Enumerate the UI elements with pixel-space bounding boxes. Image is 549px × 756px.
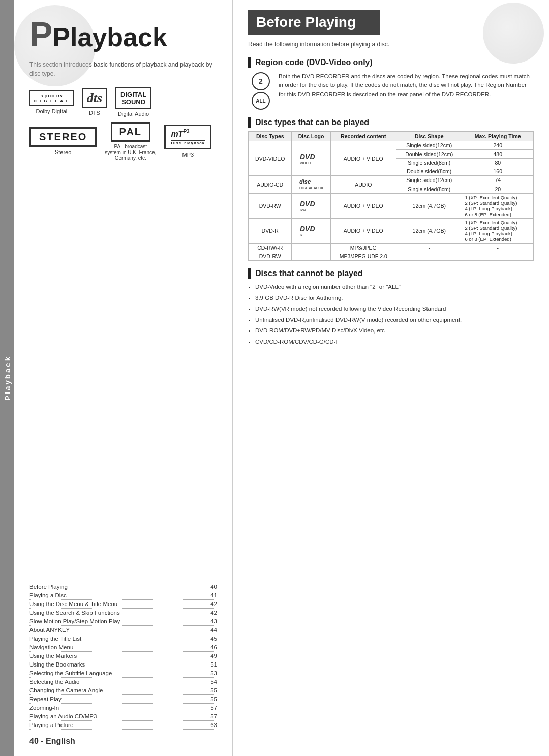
audio-cd-logo: disc DIGITAL AUDIO [292, 176, 330, 194]
region-icons: 2 ALL [248, 72, 273, 110]
toc-item: Selecting the Audio54 [29, 678, 217, 686]
col-disc-types: Disc Types [249, 132, 292, 141]
logo-item-digital-sound: DIGITAL SOUND Digital Audio [115, 87, 151, 117]
col-disc-shape: Disc Shape [396, 132, 462, 141]
main-content: PPlayback This section introduces basic … [14, 0, 549, 756]
list-item: DVD-RW(VR mode) not recorded following t… [255, 304, 534, 314]
svg-text:DVD: DVD [300, 153, 315, 161]
dolby-logo: ｘ|DOLBY D I G I T A L [29, 90, 74, 106]
dvd-r-time: 1 (XP: Excellent Quality) 2 (SP: Standar… [462, 219, 534, 244]
sidebar-tab: Playback [0, 0, 14, 756]
dvd-video-type: DVD-VIDEO [249, 141, 292, 176]
logo-row-2: STEREO Stereo PAL PAL broadcast system i… [29, 122, 217, 161]
toc-item: Using the Bookmarks51 [29, 660, 217, 669]
table-row: DVD-RW DVD RW AUDIO + VIDEO 12cm (4.7GB)… [249, 194, 534, 219]
logo-item-dolby: ｘ|DOLBY D I G I T A L Dolby Digital [29, 90, 74, 114]
cd-rwr-content: MP3/JPEG [330, 244, 396, 252]
disc-types-header: Disc types that can be played [248, 117, 534, 128]
pal-logo: PAL [111, 122, 151, 142]
toc-item: Slow Motion Play/Step Motion Play43 [29, 617, 217, 626]
dvd-r-type: DVD-R [249, 219, 292, 244]
logo-item-pal: PAL PAL broadcast system in U.K, France,… [105, 122, 156, 161]
cd-rwr-shape: - [396, 244, 462, 252]
english-label: 40 - English [29, 737, 217, 746]
toc-item: Zooming-In57 [29, 704, 217, 712]
toc-item: Using the Search & Skip Functions42 [29, 609, 217, 617]
digital-sound-label: Digital Audio [118, 111, 149, 117]
dvd-rw2-time: - [462, 252, 534, 261]
toc-item: Playing the Title List45 [29, 634, 217, 643]
stereo-logo: STEREO [29, 127, 97, 147]
logo-row-1: ｘ|DOLBY D I G I T A L Dolby Digital dts … [29, 87, 217, 117]
dolby-label: Dolby Digital [36, 108, 68, 114]
disc-types-title: Disc types that can be played [255, 118, 369, 127]
svg-text:RW: RW [300, 208, 306, 212]
dvd-video-time-3: 80 [462, 159, 534, 167]
region-code-title: Region code (DVD-Video only) [255, 58, 373, 67]
cannot-play-list: DVD-Video with a region number other tha… [248, 282, 534, 348]
logo-item-stereo: STEREO Stereo [29, 127, 97, 155]
region-all-icon: ALL [252, 92, 270, 110]
toc-item: Playing a Picture63 [29, 721, 217, 730]
svg-text:DIGITAL AUDIO: DIGITAL AUDIO [299, 186, 323, 190]
col-max-time: Max. Playing Time [462, 132, 534, 141]
audio-cd-shape-2: Single sided(8cm) [396, 185, 462, 194]
dvd-video-shape-2: Double sided(12cm) [396, 150, 462, 159]
toc-item: Using the Markers49 [29, 652, 217, 660]
list-item: 3.9 GB DVD-R Disc for Authoring. [255, 293, 534, 304]
cannot-play-header: Discs that cannot be played [248, 268, 534, 279]
svg-text:disc: disc [299, 178, 311, 185]
before-playing-title-bar: Before Playing [248, 10, 380, 35]
left-column: PPlayback This section introduces basic … [14, 0, 233, 756]
before-playing-header: Before Playing [248, 10, 534, 35]
disc-types-table: Disc Types Disc Logo Recorded content Di… [248, 131, 534, 261]
dvd-r-shape: 12cm (4.7GB) [396, 219, 462, 244]
region-text: Both the DVD RECORDER and the discs are … [279, 72, 534, 99]
region-number-icon: 2 [252, 72, 270, 90]
pal-label: PAL broadcast system in U.K, France, Ger… [105, 144, 156, 161]
region-content: 2 ALL Both the DVD RECORDER and the disc… [248, 72, 534, 110]
table-row: CD-RW/-R MP3/JPEG - - [249, 244, 534, 252]
list-item: DVD-Video with a region number other tha… [255, 282, 534, 292]
before-playing-title: Before Playing [256, 14, 356, 30]
cd-rwr-logo [292, 244, 330, 252]
dts-label: DTS [89, 110, 100, 116]
cd-rwr-type: CD-RW/-R [249, 244, 292, 252]
audio-cd-type: AUDIO-CD [249, 176, 292, 194]
table-row: AUDIO-CD disc DIGITAL AUDIO AUDIO Single… [249, 176, 534, 185]
toc-item: Changing the Camera Angle55 [29, 686, 217, 695]
dvd-rw-shape: 12cm (4.7GB) [396, 194, 462, 219]
toc-item: Before Playing40 [29, 583, 217, 591]
list-item: Unfinalised DVD-R,unfinalised DVD-RW(V m… [255, 315, 534, 325]
disc-types-bar-marker [248, 117, 251, 128]
logo-grid: ｘ|DOLBY D I G I T A L Dolby Digital dts … [29, 87, 217, 161]
dvd-video-time-2: 480 [462, 150, 534, 159]
table-row: DVD-VIDEO DVD VIDEO AUDIO + VIDEO Single… [249, 141, 534, 150]
audio-cd-time-2: 20 [462, 185, 534, 194]
table-row: DVD-R DVD R AUDIO + VIDEO 12cm (4.7GB) 1… [249, 219, 534, 244]
toc-item: Navigation Menu46 [29, 643, 217, 652]
svg-text:DVD: DVD [300, 200, 315, 208]
svg-text:DVD: DVD [300, 225, 315, 233]
dvd-r-content: AUDIO + VIDEO [330, 219, 396, 244]
dvd-rw2-content: MP3/JPEG UDF 2.0 [330, 252, 396, 261]
dvd-video-logo-graphic: DVD VIDEO [299, 151, 323, 165]
cannot-play-title: Discs that cannot be played [255, 269, 363, 278]
mp3-logo: mTP3 Disc Playback [164, 125, 211, 149]
region-bar-marker [248, 57, 251, 68]
toc-item: Playing a Disc41 [29, 591, 217, 600]
logo-item-mp3: mTP3 Disc Playback MP3 [164, 125, 211, 158]
title-area: PPlayback [29, 15, 217, 57]
dvd-rw-time: 1 (XP: Excellent Quality) 2 (SP: Standar… [462, 194, 534, 219]
region-code-header: Region code (DVD-Video only) [248, 57, 534, 68]
svg-text:VIDEO: VIDEO [300, 161, 311, 165]
toc-item: About ANYKEY44 [29, 626, 217, 634]
toc-item: Playing an Audio CD/MP357 [29, 712, 217, 721]
dvd-video-shape-3: Single sided(8cm) [396, 159, 462, 167]
toc-item: Repeat Play55 [29, 695, 217, 704]
dvd-rw-content: AUDIO + VIDEO [330, 194, 396, 219]
dvd-rw2-logo [292, 252, 330, 261]
svg-text:R: R [300, 233, 302, 237]
dvd-video-content: AUDIO + VIDEO [330, 141, 396, 176]
mp3-label: MP3 [182, 152, 194, 158]
